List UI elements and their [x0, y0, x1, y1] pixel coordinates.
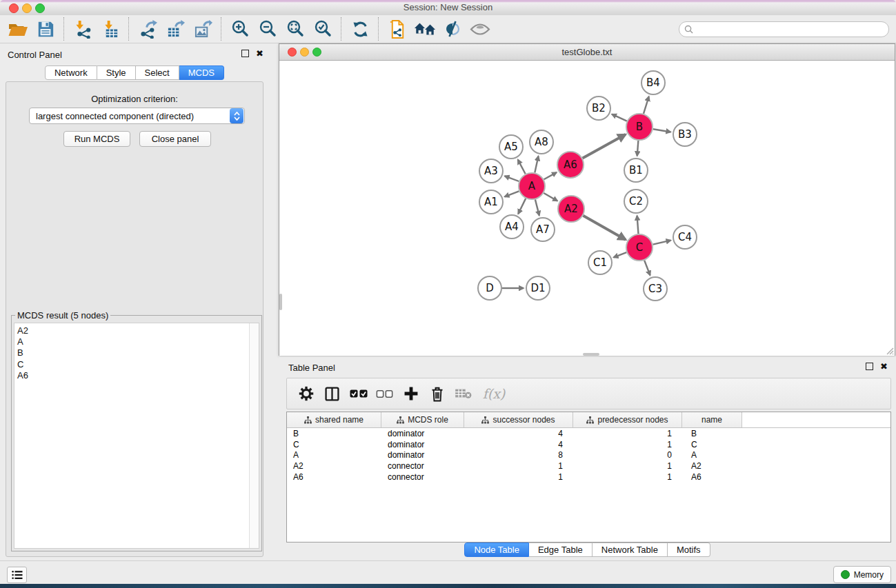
close-panel-icon[interactable]: ✖: [256, 50, 263, 57]
open-session-button[interactable]: [4, 17, 32, 41]
close-table-panel-icon[interactable]: ✖: [880, 363, 888, 370]
cell-name: A2: [682, 461, 742, 471]
run-mcds-button[interactable]: Run MCDS: [63, 131, 130, 147]
delete-table-button[interactable]: [452, 382, 474, 405]
graph-edge-B-B2[interactable]: [612, 114, 627, 121]
function-builder-button[interactable]: f(x): [479, 382, 509, 405]
save-session-button[interactable]: [32, 17, 59, 41]
tab-network-table[interactable]: Network Table: [593, 543, 668, 557]
zoom-selected-icon: [313, 19, 332, 39]
attribute-type-icon: [397, 416, 404, 424]
graph-edge-A6-B[interactable]: [583, 134, 626, 158]
table-row[interactable]: Cdominator41C: [287, 439, 890, 450]
network-window-titlebar[interactable]: testGlobe.txt: [279, 44, 895, 61]
tab-network[interactable]: Network: [45, 65, 97, 80]
node-table[interactable]: shared nameMCDS rolesuccessor nodesprede…: [286, 412, 891, 543]
zoom-in-button[interactable]: [226, 17, 254, 41]
float-panel-icon[interactable]: [241, 50, 249, 57]
columns-icon: [323, 385, 341, 403]
graph-edge-B-B3[interactable]: [653, 129, 671, 132]
tab-style[interactable]: Style: [97, 65, 136, 80]
graph-edge-A2-C[interactable]: [583, 216, 626, 240]
import-network-button[interactable]: [69, 17, 97, 41]
table-row[interactable]: Bdominator41B: [287, 428, 890, 439]
table-settings-button[interactable]: [295, 382, 317, 405]
table-row[interactable]: A2connector11A2: [287, 460, 890, 472]
resize-grip-icon[interactable]: [886, 347, 894, 355]
show-column-panel-button[interactable]: [321, 382, 343, 405]
column-header-predecessor-nodes[interactable]: predecessor nodes: [573, 412, 682, 427]
search-field[interactable]: [679, 21, 889, 37]
window-title: Session: New Session: [0, 2, 896, 12]
graph-edge-C-C4[interactable]: [653, 241, 671, 245]
column-header-MCDS-role[interactable]: MCDS role: [381, 412, 464, 427]
graph-edge-C-C3[interactable]: [644, 261, 650, 276]
graph-edge-A-A5[interactable]: [518, 160, 526, 174]
zoom-out-button[interactable]: [254, 17, 281, 41]
graph-edge-C-C2[interactable]: [637, 216, 639, 234]
list-scrollbar[interactable]: [249, 323, 259, 548]
graph-edge-A-A4[interactable]: [518, 199, 526, 214]
column-header-shared-name[interactable]: shared name: [287, 412, 381, 427]
export-table-button[interactable]: [161, 17, 189, 41]
add-column-button[interactable]: [400, 382, 421, 405]
result-list-item[interactable]: A2: [17, 325, 249, 336]
export-image-button[interactable]: [189, 17, 217, 41]
canvas-horizontal-scrollbar[interactable]: [583, 353, 599, 356]
criterion-dropdown[interactable]: largest connected component (directed): [29, 108, 245, 124]
result-list-item[interactable]: C: [17, 359, 249, 370]
graph-edge-C-C1[interactable]: [614, 252, 627, 257]
network-file-icon: [388, 19, 407, 39]
apply-layout-button[interactable]: [411, 17, 439, 41]
task-history-button[interactable]: [7, 567, 27, 583]
result-list-item[interactable]: A: [17, 336, 249, 347]
table-row[interactable]: A6connector11A6: [287, 472, 890, 483]
tab-edge-table[interactable]: Edge Table: [529, 543, 593, 557]
float-table-panel-icon[interactable]: [866, 363, 873, 370]
graph-edge-A-A8[interactable]: [535, 156, 538, 173]
show-all-button[interactable]: [466, 17, 494, 41]
graph-node-label: A4: [505, 221, 519, 233]
zoom-in-icon: [230, 19, 250, 39]
zoom-fit-button[interactable]: [281, 17, 309, 41]
column-header-name[interactable]: name: [682, 412, 742, 427]
graph-edge-A-A3[interactable]: [505, 176, 519, 181]
refresh-button[interactable]: [346, 17, 374, 41]
graph-edge-B-B1[interactable]: [637, 141, 639, 156]
tab-node-table[interactable]: Node Table: [464, 543, 529, 557]
tab-mcds[interactable]: MCDS: [179, 65, 224, 80]
select-all-rows-button[interactable]: [348, 382, 369, 405]
cell-shared-name: A2: [287, 461, 381, 471]
network-canvas[interactable]: B4B2BB3A8A5A6A3B1AA1C2A2A4A7C4CC1C3DD1: [279, 61, 895, 356]
canvas-vertical-scrollbar[interactable]: [279, 294, 282, 310]
graph-node-label: A5: [504, 141, 518, 153]
memory-button[interactable]: Memory: [833, 566, 891, 583]
close-panel-button[interactable]: Close panel: [139, 131, 211, 147]
table-row[interactable]: Adominator80A: [287, 449, 890, 460]
new-network-from-file-button[interactable]: [384, 17, 411, 41]
export-network-button[interactable]: [134, 17, 161, 41]
graph-edge-A-A7[interactable]: [535, 199, 539, 215]
import-table-button[interactable]: [97, 17, 124, 41]
desktop-background: [0, 584, 896, 588]
result-list-item[interactable]: B: [17, 347, 249, 358]
graph-edge-A-A6[interactable]: [544, 172, 557, 179]
result-list-item[interactable]: A6: [17, 370, 249, 381]
tab-motifs[interactable]: Motifs: [668, 543, 710, 557]
deselect-all-rows-button[interactable]: [374, 382, 395, 405]
delete-table-icon: [455, 387, 472, 401]
hide-selected-button[interactable]: [439, 17, 466, 41]
network-graph[interactable]: B4B2BB3A8A5A6A3B1AA1C2A2A4A7C4CC1C3DD1: [279, 61, 895, 356]
delete-column-button[interactable]: [426, 382, 448, 405]
graph-edge-A-A1[interactable]: [505, 191, 519, 196]
mcds-result-list[interactable]: A2ABCA6: [14, 323, 259, 549]
graph-edge-B-B4[interactable]: [644, 97, 649, 114]
cell-successor-nodes: 8: [464, 450, 573, 460]
column-header-successor-nodes[interactable]: successor nodes: [464, 412, 573, 427]
zoom-selected-button[interactable]: [309, 17, 337, 41]
tab-select[interactable]: Select: [136, 65, 179, 80]
search-input[interactable]: [696, 23, 888, 35]
cell-successor-nodes: 4: [464, 440, 573, 449]
cell-predecessor-nodes: 1: [573, 440, 682, 449]
graph-edge-A-A2[interactable]: [544, 193, 557, 201]
